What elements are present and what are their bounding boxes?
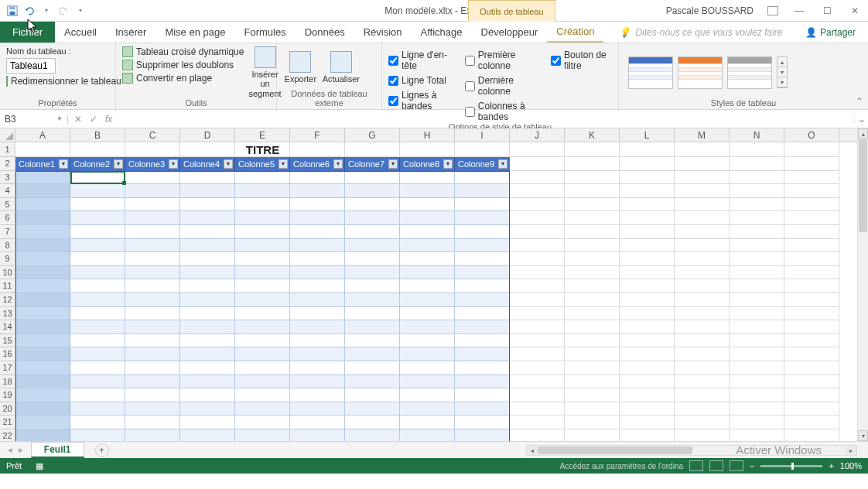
table-cell[interactable]	[15, 402, 70, 416]
share-button[interactable]: 👤 Partager	[805, 22, 868, 43]
hscroll-thumb[interactable]	[538, 446, 692, 454]
table-cell[interactable]	[345, 415, 400, 429]
table-cell[interactable]	[15, 307, 70, 321]
cell[interactable]	[510, 239, 565, 253]
table-cell[interactable]	[15, 184, 70, 198]
table-cell[interactable]	[125, 198, 180, 212]
table-cell[interactable]	[345, 402, 400, 416]
table-cell[interactable]	[290, 334, 345, 348]
table-cell[interactable]	[180, 225, 235, 239]
table-cell[interactable]	[400, 266, 455, 280]
cell[interactable]	[565, 293, 620, 307]
table-cell[interactable]	[125, 184, 180, 198]
enter-formula-icon[interactable]: ✓	[90, 114, 97, 125]
table-cell[interactable]	[125, 279, 180, 293]
table-cell[interactable]	[70, 361, 125, 375]
table-cell[interactable]	[345, 293, 400, 307]
table-cell[interactable]	[345, 279, 400, 293]
cell[interactable]	[565, 347, 620, 361]
cell[interactable]	[784, 334, 839, 348]
cell[interactable]	[730, 415, 784, 429]
cell[interactable]	[620, 184, 675, 198]
undo-icon[interactable]	[23, 5, 36, 17]
cell[interactable]	[620, 334, 675, 348]
cell[interactable]	[620, 252, 675, 266]
col-header-K[interactable]: K	[565, 128, 620, 142]
table-cell[interactable]	[400, 279, 455, 293]
table-cell[interactable]	[455, 252, 510, 266]
table-cell[interactable]	[125, 347, 180, 361]
table-cell[interactable]	[180, 415, 235, 429]
cell[interactable]	[784, 157, 839, 171]
cell[interactable]	[620, 402, 675, 416]
table-cell[interactable]	[345, 252, 400, 266]
remove-duplicates-button[interactable]: Supprimer les doublons	[122, 60, 244, 70]
filter-dropdown-icon[interactable]: ▾	[498, 159, 507, 169]
col-header-A[interactable]: A	[15, 128, 70, 142]
table-cell[interactable]	[15, 279, 70, 293]
table-cell[interactable]	[15, 211, 70, 225]
table-cell[interactable]	[125, 266, 180, 280]
table-cell[interactable]	[125, 239, 180, 253]
table-cell[interactable]	[345, 211, 400, 225]
vscroll-up[interactable]: ▴	[858, 128, 868, 139]
cell[interactable]	[675, 142, 730, 157]
chk-header-row[interactable]: Ligne d'en-tête	[388, 50, 454, 71]
table-cell[interactable]	[455, 320, 510, 334]
table-style-2[interactable]	[678, 56, 723, 89]
cell[interactable]	[784, 211, 839, 225]
table-cell[interactable]	[455, 361, 510, 375]
minimize-button[interactable]: —	[792, 4, 806, 18]
table-header-1[interactable]: Colonne1▾	[15, 157, 70, 171]
table-cell[interactable]	[15, 252, 70, 266]
sheet-nav-prev[interactable]: ◄	[6, 446, 14, 454]
hscroll-right[interactable]: ▸	[846, 446, 856, 455]
view-page-break-icon[interactable]	[730, 460, 743, 471]
cell[interactable]	[675, 239, 730, 253]
cell[interactable]	[565, 211, 620, 225]
cell[interactable]	[784, 347, 839, 361]
row-header-15[interactable]: 15	[0, 334, 15, 348]
cell[interactable]	[510, 171, 565, 185]
table-cell[interactable]	[235, 429, 290, 441]
cell[interactable]	[620, 361, 675, 375]
cell[interactable]	[675, 211, 730, 225]
table-cell[interactable]	[180, 184, 235, 198]
cell[interactable]	[784, 293, 839, 307]
table-header-8[interactable]: Colonne8▾	[400, 157, 455, 171]
table-cell[interactable]	[235, 375, 290, 389]
cell[interactable]	[730, 225, 784, 239]
table-cell[interactable]	[400, 239, 455, 253]
table-cell[interactable]	[180, 279, 235, 293]
cell[interactable]	[565, 415, 620, 429]
col-header-O[interactable]: O	[784, 128, 839, 142]
row-header-13[interactable]: 13	[0, 307, 15, 321]
table-cell[interactable]	[290, 184, 345, 198]
cell[interactable]	[565, 279, 620, 293]
table-cell[interactable]	[235, 293, 290, 307]
table-cell[interactable]	[235, 225, 290, 239]
col-header-D[interactable]: D	[180, 128, 235, 142]
table-cell[interactable]	[125, 225, 180, 239]
cell[interactable]	[730, 184, 784, 198]
table-cell[interactable]	[290, 198, 345, 212]
row-header-16[interactable]: 16	[0, 347, 15, 361]
table-cell[interactable]	[15, 320, 70, 334]
cell[interactable]	[565, 320, 620, 334]
col-header-G[interactable]: G	[345, 128, 400, 142]
table-cell[interactable]	[400, 415, 455, 429]
table-cell[interactable]	[290, 252, 345, 266]
cell[interactable]	[510, 347, 565, 361]
export-button[interactable]: Exporter	[283, 46, 318, 89]
table-cell[interactable]	[455, 211, 510, 225]
tab-data[interactable]: Données	[296, 22, 354, 43]
filter-dropdown-icon[interactable]: ▾	[169, 159, 178, 169]
table-cell[interactable]	[15, 239, 70, 253]
table-cell[interactable]	[345, 347, 400, 361]
cancel-formula-icon[interactable]: ✕	[74, 114, 82, 125]
cell[interactable]	[565, 184, 620, 198]
collapse-ribbon-icon[interactable]: ⌃	[856, 96, 863, 107]
table-cell[interactable]	[15, 198, 70, 212]
cell[interactable]	[510, 415, 565, 429]
table-cell[interactable]	[345, 184, 400, 198]
